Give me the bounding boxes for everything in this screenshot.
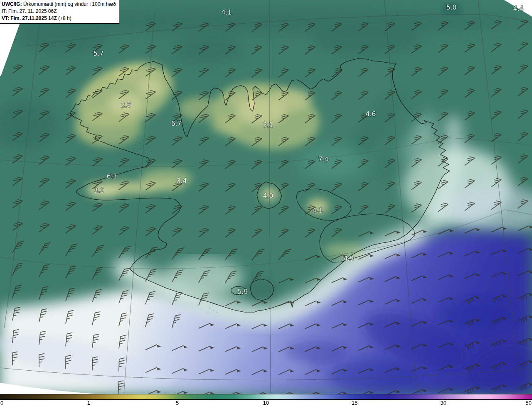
forecast-title-line: UWC/IG: Úrkomumætti (mm) og vindur i 100… <box>2 1 116 8</box>
colorbar-gradient <box>0 394 532 400</box>
colorbar-tick-label: 5 <box>176 400 179 406</box>
value-label: 3.0 <box>94 187 104 194</box>
init-time-line: IT: Fim. 27. 11. 2025 06Z <box>2 8 116 15</box>
precip-colorbar: 01510153050 <box>0 394 532 406</box>
value-label: 4.9 <box>344 255 354 262</box>
init-label: IT: <box>2 8 7 14</box>
valid-offset: (+8 h) <box>57 15 71 21</box>
value-label: 6.7 <box>171 120 182 127</box>
value-label: 4.0 <box>263 192 273 200</box>
forecast-info-box: UWC/IG: Úrkomumætti (mm) og vindur i 100… <box>0 0 119 24</box>
colorbar-tick-label: 1 <box>87 400 90 406</box>
value-label: 7.4 <box>318 156 329 163</box>
value-label: 3.4 <box>177 177 187 185</box>
value-label: 5.9 <box>238 288 248 296</box>
colorbar-tick-label: 50 <box>526 400 532 406</box>
value-label: 5.0 <box>446 4 457 11</box>
value-label: 4.6 <box>366 110 376 118</box>
colorbar-tick-label: 10 <box>263 400 269 406</box>
value-label: 6.3 <box>107 173 117 180</box>
value-label: 4.1 <box>222 9 232 16</box>
colorbar-ticks: 01510153050 <box>0 400 532 406</box>
valid-value: VT: Fim. 27.11.2025 14Z <box>2 15 57 21</box>
weather-map: 4.15.04.45.72.66.73.14.67.46.33.43.04.04… <box>0 0 532 394</box>
value-label: 4.1 <box>313 207 323 214</box>
value-label: 3.1 <box>263 121 273 129</box>
colorbar-tick-label: 0 <box>0 400 3 406</box>
forecast-title: Úrkomumætti (mm) og vindur i 100m hæð <box>22 1 116 7</box>
value-label: 4.4 <box>513 5 524 12</box>
value-label: 2.6 <box>121 101 131 109</box>
colorbar-tick-label: 30 <box>440 400 446 406</box>
product-id: UWC/IG: <box>2 1 22 7</box>
value-label: 5.7 <box>94 50 104 57</box>
init-value: Fim. 27. 11. 2025 06Z <box>7 8 57 14</box>
weather-map-page: 4.15.04.45.72.66.73.14.67.46.33.43.04.04… <box>0 0 532 406</box>
colorbar-tick-label: 15 <box>352 400 357 406</box>
valid-time-line: VT: Fim. 27.11.2025 14Z (+8 h) <box>2 15 116 22</box>
